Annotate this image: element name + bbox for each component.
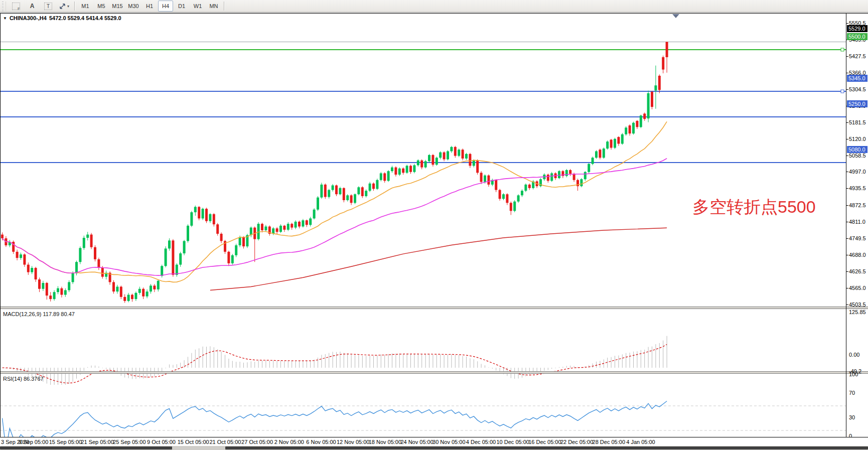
frame-tool-button[interactable]: F	[9, 1, 24, 12]
chart-frame-line	[0, 13, 868, 14]
toolbar-grip[interactable]	[1, 2, 6, 11]
rsi-axis-label: 70	[849, 390, 855, 396]
tick-mark	[846, 271, 848, 272]
time-tick-label: 21 Sep 05:00	[81, 439, 113, 445]
text-tool-button[interactable]: T	[41, 1, 56, 12]
current-price-badge: 5529.0	[847, 25, 867, 32]
time-tick-label: 4 Jan 05:00	[626, 439, 655, 445]
horizontal-scrollbar[interactable]	[0, 446, 868, 450]
time-tick-label: 24 Nov 05:00	[400, 439, 433, 445]
price-level-badge-5345.0: 5345.0	[847, 75, 867, 82]
price-level-badge-5500.0: 5500.0	[847, 33, 867, 40]
tick-mark	[846, 172, 848, 172]
timeframe-button-m15[interactable]: M15	[110, 1, 125, 12]
text-label-tool-button[interactable]: A	[25, 1, 40, 12]
toolbar-separator	[74, 2, 75, 11]
price-axis: 5550.55489.05427.55366.05304.55243.05181…	[846, 13, 868, 437]
time-tick-label: 15 Oct 05:00	[178, 439, 209, 445]
chevron-down-icon: ▾	[67, 4, 69, 9]
tick-mark	[846, 188, 848, 189]
time-tick-label: 10 Dec 05:00	[496, 439, 529, 445]
tick-mark	[846, 23, 848, 24]
time-tick-label: 22 Dec 05:00	[560, 439, 593, 445]
text-label-tool-icon: A	[30, 3, 35, 10]
tick-mark	[846, 139, 848, 139]
timeframe-button-m5[interactable]: M5	[94, 1, 109, 12]
timeframe-button-w1[interactable]: W1	[190, 1, 205, 12]
tick-mark	[846, 238, 848, 239]
chart-frame-line	[846, 13, 846, 437]
text-tool-icon: T	[44, 3, 52, 10]
time-tick-label: 9 Sep 05:00	[19, 439, 48, 445]
macd-axis-label: 0.00	[849, 352, 859, 358]
rsi-axis-label: 100	[849, 371, 858, 377]
time-tick-label: 25 Sep 05:00	[113, 439, 146, 445]
price-tick-label: 4565.0	[849, 285, 866, 291]
rsi-indicator-label: RSI(14) 86.3767	[3, 376, 44, 382]
time-tick-label: 2 Nov 05:00	[274, 439, 304, 445]
tick-mark	[846, 156, 848, 156]
price-tick-label: 4997.0	[849, 169, 866, 175]
tick-mark	[846, 288, 848, 288]
time-tick-label: 15 Sep 05:00	[49, 439, 82, 445]
price-tick-label: 4749.5	[849, 235, 866, 241]
rsi-axis-label: 30	[849, 414, 855, 420]
timeframe-button-mn[interactable]: MN	[206, 1, 221, 12]
time-tick-label: 27 Oct 05:00	[241, 439, 273, 445]
tick-mark	[846, 73, 848, 73]
price-tick-label: 4811.0	[849, 219, 865, 225]
price-tick-label: 4626.5	[849, 268, 866, 274]
time-tick-label: 4 Dec 05:00	[466, 439, 496, 445]
time-tick-label: 18 Nov 05:00	[369, 439, 401, 445]
chart-annotation-text: 多空转折点5500	[692, 196, 816, 219]
tick-mark	[846, 205, 848, 206]
chart-area	[0, 13, 868, 450]
timeframe-button-h4[interactable]: H4	[158, 1, 173, 12]
timeframe-button-m30[interactable]: M30	[126, 1, 141, 12]
chart-title[interactable]: ▼ CHINA300-,H4 5472.0 5529.4 5414.4 5529…	[3, 15, 121, 21]
price-tick-label: 5058.5	[849, 153, 866, 159]
price-tick-label: 4503.5	[849, 302, 866, 308]
price-level-badge-5080.0: 5080.0	[847, 146, 867, 153]
tick-mark	[846, 56, 848, 57]
toolbar: F A T ▾ M1M5M15M30H1H4D1W1MN	[0, 0, 868, 13]
time-tick-label: 28 Dec 05:00	[593, 439, 625, 445]
time-tick-label: 12 Nov 05:00	[337, 439, 369, 445]
chart-frame-line	[0, 13, 1, 437]
toolbar-separator	[224, 2, 225, 11]
chart-shift-marker[interactable]	[672, 14, 679, 18]
pane-separator[interactable]	[0, 307, 868, 309]
time-tick-label: 21 Oct 05:00	[209, 439, 241, 445]
tick-mark	[846, 255, 848, 255]
time-tick-label: 16 Dec 05:00	[528, 439, 561, 445]
pane-separator[interactable]	[0, 371, 868, 374]
symbol-dropdown-icon[interactable]: ▼	[3, 16, 7, 21]
price-tick-label: 4935.5	[849, 185, 866, 191]
time-axis: 3 Sep 20209 Sep 05:0015 Sep 05:0021 Sep …	[0, 437, 868, 446]
price-tick-label: 4688.0	[849, 252, 866, 258]
macd-axis-label: 125.85	[849, 309, 866, 315]
tick-mark	[846, 89, 848, 90]
cursor-tool-button[interactable]: ▾	[57, 1, 72, 12]
cursor-arrows-icon	[59, 3, 66, 10]
price-tick-label: 4872.5	[849, 202, 866, 208]
frame-tool-icon: F	[12, 3, 20, 10]
time-tick-label: 30 Nov 05:00	[432, 439, 465, 445]
tick-mark	[846, 122, 848, 123]
price-tick-label: 5427.5	[849, 53, 866, 59]
price-tick-label: 5181.5	[849, 119, 866, 125]
tick-mark	[846, 305, 848, 305]
timeframe-button-h1[interactable]: H1	[142, 1, 157, 12]
tick-mark	[846, 222, 848, 222]
scrollbar-thumb[interactable]	[225, 446, 868, 449]
timeframe-button-m1[interactable]: M1	[78, 1, 93, 12]
price-level-badge-5250.0: 5250.0	[847, 100, 867, 107]
price-tick-label: 5304.5	[849, 86, 866, 92]
timeframe-button-d1[interactable]: D1	[174, 1, 189, 12]
symbol-timeframe-label: CHINA300-,H4	[10, 15, 47, 21]
chart-frame-line	[0, 437, 868, 437]
macd-indicator-label: MACD(12,26,9) 117.89 80.47	[3, 311, 75, 317]
time-tick-label: 6 Nov 05:00	[306, 439, 336, 445]
price-tick-label: 5120.0	[849, 136, 866, 142]
scrollbar-thumb[interactable]	[0, 446, 172, 449]
